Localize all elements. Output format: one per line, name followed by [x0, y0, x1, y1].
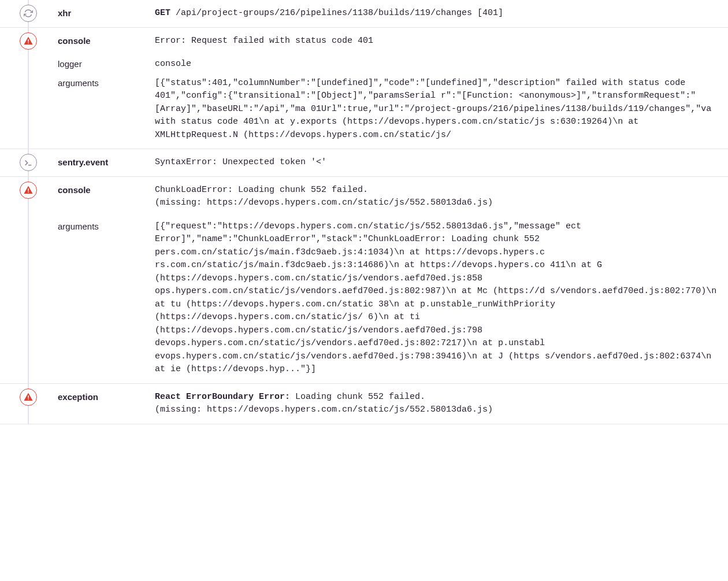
breadcrumb-message: GET /api/project-groups/216/pipelines/11… [155, 7, 721, 20]
breadcrumb-item[interactable]: exceptionReact ErrorBoundary Error: Load… [0, 384, 728, 424]
detail-label: arguments [45, 73, 149, 90]
breadcrumb-message: SyntaxError: Unexpected token '<' [155, 156, 721, 169]
detail-value: console [155, 54, 721, 71]
breadcrumb-category: exception [45, 391, 149, 404]
breadcrumb-main-row: consoleChunkLoadError: Loading chunk 552… [45, 183, 721, 211]
breadcrumb-category: console [45, 184, 149, 197]
breadcrumb-main-row: exceptionReact ErrorBoundary Error: Load… [45, 390, 721, 418]
breadcrumb-message: Error: Request failed with status code 4… [155, 35, 721, 48]
breadcrumb-list: xhrGET /api/project-groups/216/pipelines… [0, 0, 728, 424]
breadcrumb-message: ChunkLoadError: Loading chunk 552 failed… [155, 184, 721, 210]
terminal-icon-badge [20, 154, 37, 171]
breadcrumb-details: arguments[{"request":"https://devops.hyp… [45, 216, 721, 378]
breadcrumb-main-row: sentry.eventSyntaxError: Unexpected toke… [45, 155, 721, 171]
breadcrumb-item[interactable]: consoleChunkLoadError: Loading chunk 552… [0, 177, 728, 384]
detail-row: arguments[{"request":"https://devops.hyp… [45, 216, 721, 378]
breadcrumb-category: console [45, 35, 149, 48]
svg-rect-4 [28, 191, 29, 193]
detail-label: arguments [45, 217, 149, 234]
detail-label: logger [45, 54, 149, 71]
detail-value: [{"request":"https://devops.hypers.com.c… [155, 217, 721, 376]
warning-icon-badge [20, 182, 37, 199]
svg-rect-5 [28, 395, 29, 398]
breadcrumb-category: xhr [45, 7, 149, 20]
breadcrumb-item[interactable]: sentry.eventSyntaxError: Unexpected toke… [0, 149, 728, 177]
svg-rect-3 [28, 188, 29, 191]
http-method: GET [155, 8, 170, 18]
http-path: /api/project-groups/216/pipelines/1138/b… [170, 8, 503, 18]
refresh-icon [24, 9, 33, 18]
breadcrumb-main-row: xhrGET /api/project-groups/216/pipelines… [45, 6, 721, 21]
breadcrumb-item[interactable]: xhrGET /api/project-groups/216/pipelines… [0, 0, 728, 28]
breadcrumb-item[interactable]: consoleError: Request failed with status… [0, 28, 728, 150]
warning-icon [23, 185, 34, 195]
warning-icon [23, 392, 34, 402]
detail-value: [{"status":401,"columnNumber":"[undefine… [155, 73, 721, 142]
breadcrumb-category: sentry.event [45, 156, 149, 169]
terminal-icon [24, 158, 33, 167]
refresh-icon-badge [20, 5, 37, 22]
svg-rect-6 [28, 398, 29, 399]
message-strong: React ErrorBoundary Error: [155, 392, 295, 402]
svg-rect-1 [28, 42, 29, 43]
detail-row: arguments[{"status":401,"columnNumber":"… [45, 72, 721, 143]
breadcrumb-main-row: consoleError: Request failed with status… [45, 34, 721, 49]
breadcrumb-details: loggerconsolearguments[{"status":401,"co… [45, 53, 721, 143]
warning-icon [23, 36, 34, 46]
warning-icon-badge [20, 32, 37, 50]
timeline-line [28, 177, 29, 383]
svg-rect-0 [28, 39, 29, 42]
detail-row: loggerconsole [45, 53, 721, 72]
warning-icon-badge [20, 388, 37, 406]
breadcrumb-message: React ErrorBoundary Error: Loading chunk… [155, 391, 721, 417]
